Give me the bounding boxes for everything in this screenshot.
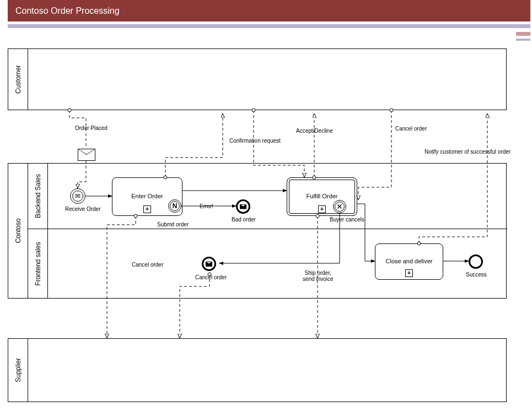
task-label: Close and deliver (375, 258, 443, 264)
pool-contoso-label: Contoso (14, 219, 22, 243)
boundary-event-error[interactable]: N (168, 199, 181, 213)
pool-supplier-label: Supplier (14, 358, 22, 382)
msg-label-cancel-order-fe: Cancel order (132, 262, 163, 268)
end-event-cancel-order[interactable] (202, 257, 216, 271)
accent-stripe-1 (8, 24, 530, 28)
start-event-receive-order[interactable]: ✉ (70, 188, 85, 204)
msg-label-cancel-order: Cancel order (395, 126, 427, 132)
boundary-error-label: Error! (200, 203, 213, 209)
task-close-deliver[interactable]: Close and deliver + (375, 243, 443, 280)
task-fulfill-order[interactable]: Fulfill Order + (287, 177, 357, 216)
lane-frontend-header: Frontend sales (28, 229, 48, 299)
msg-label-submit-order: Submit order (157, 221, 189, 227)
envelope-icon: ✉ (75, 192, 80, 200)
pool-customer[interactable]: Customer (8, 48, 507, 110)
msg-label-ship-invoice: Ship order, send invoice (303, 270, 334, 282)
lane-frontend-label: Frontend sales (34, 242, 42, 285)
end-event-bad-order-label: Bad order (232, 216, 256, 223)
task-label: Enter Order (112, 193, 182, 199)
pool-customer-label: Customer (14, 65, 22, 94)
msg-label-accept-decline: Accept/Decline (296, 128, 333, 134)
lane-backend-label: Backend Sales (34, 174, 42, 218)
envelope-filled-icon (206, 262, 212, 267)
end-event-bad-order[interactable] (236, 199, 250, 214)
msg-label-order-placed: Order Placed (75, 125, 108, 131)
end-event-cancel-order-label: Cancel order (195, 274, 227, 280)
cancel-icon: ✕ (336, 203, 343, 210)
subprocess-marker-icon: + (143, 205, 151, 213)
envelope-filled-icon (240, 204, 246, 209)
subprocess-marker-icon: + (318, 205, 326, 213)
subprocess-marker-icon: + (405, 269, 413, 277)
msg-label-notify-success: Notify customer of successful order (424, 149, 510, 155)
pool-supplier[interactable]: Supplier (8, 338, 507, 402)
pool-supplier-header: Supplier (8, 339, 28, 402)
message-envelope-icon (78, 149, 95, 161)
pool-customer-header: Customer (8, 49, 28, 110)
lane-backend-header: Backend Sales (28, 164, 48, 229)
page-title-text: Contoso Order Processing (15, 6, 120, 16)
error-icon: N (173, 203, 178, 209)
accent-stripe-3 (516, 39, 530, 41)
end-event-success[interactable] (469, 254, 483, 269)
accent-stripe-2 (516, 32, 530, 36)
page-title: Contoso Order Processing (8, 0, 530, 21)
lane-separator (28, 229, 507, 229)
boundary-event-cancel[interactable]: ✕ (333, 200, 346, 213)
start-event-label: Receive Order (65, 206, 100, 212)
msg-label-confirmation: Confirmation request (229, 138, 281, 144)
task-label: Fulfill Order (287, 193, 357, 199)
pool-contoso-header: Contoso (8, 164, 28, 298)
boundary-cancel-label: Buyer cancels (330, 216, 364, 223)
end-event-success-label: Success (466, 272, 487, 278)
